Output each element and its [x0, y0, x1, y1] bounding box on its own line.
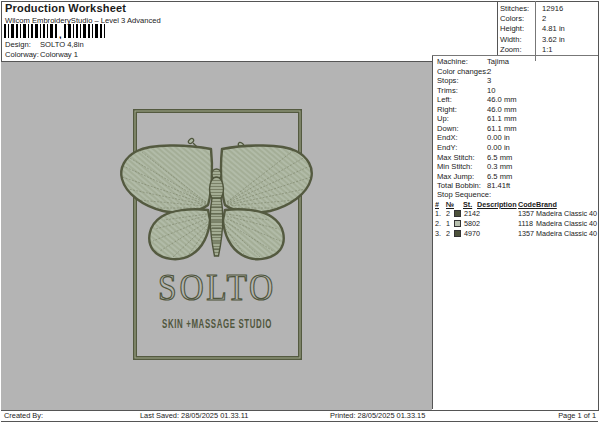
- stat-width: Width:3.62 in: [500, 35, 597, 45]
- barcode-icon: ,: [4, 24, 106, 39]
- machine-info-row: EndY:0.00 in: [437, 143, 597, 153]
- footer-created-by: Created By:: [4, 411, 43, 420]
- brand-name-text: SOLTO: [158, 267, 276, 308]
- brand-tagline-text: SKIN +MASSAGE STUDIO: [162, 317, 272, 331]
- machine-info-row: Up:61.1 mm: [437, 114, 597, 124]
- stop-sequence-row: 3.249701357Madeira Classic 40: [0, 229, 600, 239]
- col-header-st: St.: [463, 200, 472, 209]
- footer-last-saved: Last Saved: 28/05/2025 01.33.11: [140, 411, 248, 420]
- col-header-description: Description: [477, 200, 517, 209]
- machine-info-row: Trims:10: [437, 86, 597, 96]
- stat-stitches: Stitches:12916: [500, 4, 597, 14]
- footer-printed: Printed: 28/05/2025 01.33.15: [330, 411, 425, 420]
- machine-info-row: Machine:Tajima: [437, 57, 597, 67]
- colorway-value: Colorway 1: [40, 50, 78, 59]
- machine-info-row: Min Stitch:0.3 mm: [437, 162, 597, 172]
- page-title: Production Worksheet: [5, 2, 126, 14]
- production-worksheet-page: Production Worksheet Wilcom EmbroiderySt…: [0, 0, 600, 424]
- right-panel-top-line: [432, 55, 598, 56]
- col-header-brand: Brand: [536, 200, 557, 209]
- thread-color-swatch: [454, 210, 461, 217]
- stop-sequence-row: 1.221421357Madeira Classic 40: [0, 209, 600, 219]
- machine-info-row: Max Stitch:6.5 mm: [437, 153, 597, 163]
- machine-info-row: Down:61.1 mm: [437, 124, 597, 134]
- machine-info-row: Right:46.0 mm: [437, 105, 597, 115]
- stop-sequence-row: 2.158021118Madeira Classic 40: [0, 219, 600, 229]
- machine-info-row: EndX:0.00 in: [437, 133, 597, 143]
- stat-height: Height:4.81 in: [500, 24, 597, 34]
- footer-bottom-line: [1, 421, 598, 422]
- col-header-code: Code: [518, 200, 536, 209]
- stop-sequence-title: Stop Sequence:: [437, 190, 491, 199]
- svg-text:,: ,: [59, 30, 62, 39]
- design-value: SOLTO 4,8in: [40, 40, 84, 49]
- footer-page-number: Page 1 of 1: [558, 411, 596, 420]
- machine-info-row: Stops:3: [437, 76, 597, 86]
- machine-info-row: Max Jump:6.5 mm: [437, 172, 597, 182]
- stat-colors: Colors:2: [500, 14, 597, 24]
- stat-zoom: Zoom:1:1: [500, 45, 597, 55]
- machine-info-row: Left:46.0 mm: [437, 95, 597, 105]
- col-header-hash: #: [435, 200, 439, 209]
- thread-color-swatch: [454, 230, 461, 237]
- col-header-no: №: [446, 200, 454, 209]
- thread-color-swatch: [454, 220, 461, 227]
- colorway-label: Colorway:: [5, 50, 39, 59]
- design-label: Design:: [5, 40, 31, 49]
- butterfly-graphic: [121, 138, 312, 260]
- machine-info-row: Color changes:2: [437, 67, 597, 77]
